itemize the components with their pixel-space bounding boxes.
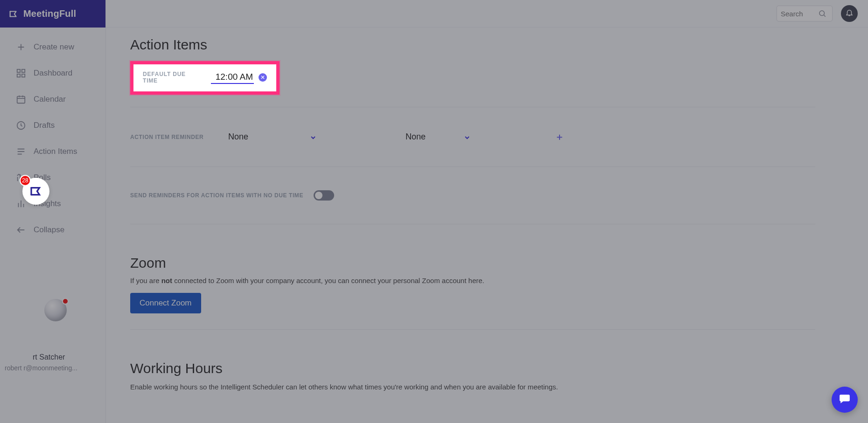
default-due-time-input[interactable] xyxy=(211,71,254,84)
sidebar-item-label: Create new xyxy=(34,42,74,52)
reminder-value-2: None xyxy=(406,132,426,141)
send-reminders-toggle[interactable] xyxy=(314,190,334,201)
section-title-zoom: Zoom xyxy=(130,255,815,271)
sidebar-item-action-items[interactable]: Action Items xyxy=(0,139,105,165)
user-email: robert r@moonmeeting... xyxy=(5,364,77,372)
svg-rect-2 xyxy=(17,74,20,77)
svg-rect-1 xyxy=(22,69,25,72)
send-reminders-label: SEND REMINDERS FOR ACTION ITEMS WITH NO … xyxy=(130,192,303,199)
search-box[interactable] xyxy=(777,6,833,21)
brand-glyph-icon xyxy=(29,184,43,198)
zoom-description: If you are not connected to Zoom with yo… xyxy=(130,277,815,284)
search-input[interactable] xyxy=(781,10,818,18)
section-title-action-items: Action Items xyxy=(130,37,815,53)
clear-time-button[interactable]: ✕ xyxy=(259,73,267,82)
zoom-desc-post: connected to Zoom with your company acco… xyxy=(172,277,484,284)
launcher-bubble[interactable]: 28 xyxy=(22,178,49,205)
toggle-knob-icon xyxy=(315,192,322,199)
connect-zoom-button[interactable]: Connect Zoom xyxy=(130,293,201,313)
clock-icon xyxy=(16,120,26,131)
user-block[interactable]: rt Satcher robert r@moonmeeting... xyxy=(5,353,77,372)
chevron-down-icon xyxy=(463,134,471,143)
send-reminders-row: SEND REMINDERS FOR ACTION ITEMS WITH NO … xyxy=(130,179,815,212)
working-hours-description: Enable working hours so the Intelligent … xyxy=(130,383,815,391)
sidebar-item-insights[interactable]: Insights xyxy=(0,191,105,217)
default-due-time-label: DEFAULT DUE TIME xyxy=(143,71,189,84)
list-icon xyxy=(16,146,26,157)
svg-point-6 xyxy=(819,11,825,16)
main: Action Items DEFAULT DUE TIME ✕ ACTION I… xyxy=(106,28,868,423)
chat-fab[interactable] xyxy=(832,387,858,413)
close-icon: ✕ xyxy=(260,74,265,81)
bell-icon xyxy=(845,8,854,19)
zoom-desc-pre: If you are xyxy=(130,277,161,284)
reminder-label: ACTION ITEM REMINDER xyxy=(130,134,210,140)
plus-icon: ＋ xyxy=(555,132,564,142)
calendar-icon xyxy=(16,94,26,104)
svg-rect-3 xyxy=(22,74,25,77)
sidebar-item-label: Action Items xyxy=(34,147,77,156)
chat-icon xyxy=(839,393,851,407)
sidebar-item-create-new[interactable]: Create new xyxy=(0,34,105,60)
search-icon xyxy=(818,9,826,18)
insights-icon xyxy=(16,199,26,209)
brand[interactable]: MeetingFull xyxy=(0,0,105,28)
sidebar-item-label: Calendar xyxy=(34,95,66,104)
reminder-value-1: None xyxy=(228,132,248,141)
sidebar-item-drafts[interactable]: Drafts xyxy=(0,112,105,139)
svg-rect-4 xyxy=(17,97,25,104)
reminder-select-1[interactable]: None xyxy=(228,132,317,142)
plus-icon xyxy=(16,42,26,52)
brand-name: MeetingFull xyxy=(23,8,76,19)
sidebar: MeetingFull Create new Dashboard Calenda… xyxy=(0,0,106,423)
notification-orb[interactable] xyxy=(44,299,67,321)
default-due-time-box: DEFAULT DUE TIME ✕ xyxy=(130,61,280,95)
launcher-badge: 28 xyxy=(20,175,31,186)
notification-dot-icon xyxy=(62,298,69,305)
sidebar-item-polls[interactable]: Polls xyxy=(0,165,105,191)
chevron-down-icon xyxy=(309,134,317,143)
sidebar-item-calendar[interactable]: Calendar xyxy=(0,86,105,112)
sidebar-nav: Create new Dashboard Calendar Drafts Act… xyxy=(0,28,105,243)
reminder-select-2[interactable]: None xyxy=(406,132,471,142)
topbar xyxy=(106,0,868,28)
user-name: rt Satcher xyxy=(33,353,77,361)
svg-rect-0 xyxy=(17,69,20,72)
brand-logo-icon xyxy=(8,9,19,19)
sidebar-item-label: Drafts xyxy=(34,121,55,130)
section-title-working-hours: Working Hours xyxy=(130,361,815,376)
sidebar-item-label: Collapse xyxy=(34,225,64,235)
arrow-left-icon xyxy=(16,225,26,235)
reminder-row: ACTION ITEM REMINDER None None ＋ xyxy=(130,119,815,154)
sidebar-item-label: Dashboard xyxy=(34,69,72,78)
dashboard-icon xyxy=(16,68,26,78)
sidebar-item-dashboard[interactable]: Dashboard xyxy=(0,60,105,86)
add-reminder-button[interactable]: ＋ xyxy=(555,131,564,143)
notifications-button[interactable] xyxy=(841,5,858,22)
sidebar-item-collapse[interactable]: Collapse xyxy=(0,217,105,243)
zoom-desc-bold: not xyxy=(161,277,172,284)
